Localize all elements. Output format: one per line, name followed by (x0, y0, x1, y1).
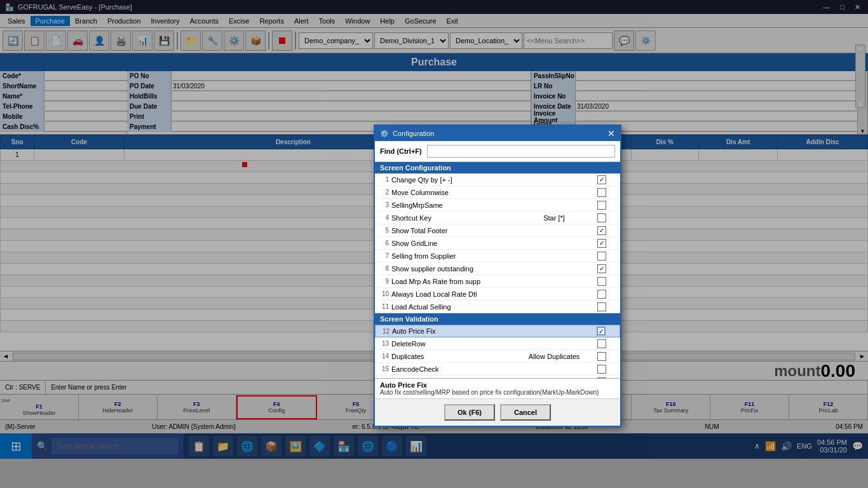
config-item-11[interactable]: 11 Load Actual Selling (375, 301, 620, 313)
config-num-8: 8 (377, 265, 391, 272)
config-item-8[interactable]: 8 Show supplier outstanding (375, 262, 620, 275)
config-list: Screen Configuration 1 Change Qty by [+ … (375, 162, 620, 378)
config-check-13[interactable] (586, 339, 618, 348)
checkbox-6[interactable] (597, 239, 606, 248)
config-check-10[interactable] (586, 290, 618, 299)
config-name-1: Change Qty by [+ -] (391, 176, 522, 184)
config-check-1[interactable] (586, 175, 618, 184)
dialog-config-icon: ⚙️ (380, 130, 389, 138)
checkbox-16[interactable] (597, 377, 606, 379)
config-check-3[interactable] (586, 201, 618, 210)
config-num-15: 15 (377, 365, 391, 372)
config-name-11: Load Actual Selling (391, 303, 522, 311)
find-input[interactable] (427, 145, 615, 158)
config-name-3: SellingMrpSame (391, 201, 522, 209)
config-name-6: Show GridLine (391, 240, 522, 247)
dialog-close-btn[interactable]: ✕ (607, 128, 615, 139)
config-check-2[interactable] (586, 188, 618, 197)
config-check-5[interactable] (586, 226, 618, 235)
config-check-12[interactable] (585, 327, 617, 336)
screen-config-header: Screen Configuration (375, 162, 620, 173)
config-name-16: Edit Price fix rates (391, 378, 522, 379)
checkbox-3[interactable] (597, 201, 606, 210)
config-num-9: 9 (377, 278, 391, 285)
dialog-title-bar: ⚙️ Configuration ✕ (375, 126, 620, 141)
ok-button[interactable]: Ok (F6) (444, 404, 495, 421)
config-item-3[interactable]: 3 SellingMrpSame (375, 199, 620, 212)
checkbox-10[interactable] (597, 290, 606, 299)
config-num-5: 5 (377, 227, 391, 234)
checkbox-15[interactable] (597, 365, 606, 374)
config-item-4[interactable]: 4 Shortcut Key Star [*] (375, 212, 620, 224)
config-check-15[interactable] (586, 365, 618, 374)
config-item-10[interactable]: 10 Always Load Local Rate Dtl (375, 288, 620, 301)
checkbox-7[interactable] (597, 252, 606, 261)
checkbox-2[interactable] (597, 188, 606, 197)
checkbox-12[interactable] (597, 327, 606, 336)
config-name-14: Duplicates (391, 353, 522, 360)
dialog-find-area: Find (Ctrl+F) (375, 141, 620, 162)
config-check-4[interactable] (586, 214, 618, 222)
configuration-dialog: ⚙️ Configuration ✕ Find (Ctrl+F) Screen … (374, 125, 621, 427)
cancel-button[interactable]: Cancel (500, 404, 551, 421)
config-check-11[interactable] (586, 302, 618, 311)
config-name-4: Shortcut Key (391, 214, 522, 222)
config-value-14: Allow Duplicates (522, 353, 586, 360)
config-check-7[interactable] (586, 252, 618, 261)
config-item-6[interactable]: 6 Show GridLine (375, 237, 620, 250)
config-check-16[interactable] (586, 377, 618, 379)
config-num-10: 10 (377, 290, 391, 297)
config-name-9: Load Mrp As Rate from supp (391, 278, 522, 285)
config-item-12[interactable]: 12 Auto Price Fix (375, 325, 620, 337)
config-item-1[interactable]: 1 Change Qty by [+ -] (375, 173, 620, 186)
config-name-15: EancodeCheck (391, 365, 522, 373)
config-item-15[interactable]: 15 EancodeCheck (375, 363, 620, 376)
config-num-11: 11 (377, 303, 391, 310)
config-num-3: 3 (377, 201, 391, 208)
checkbox-8[interactable] (597, 264, 606, 273)
config-num-6: 6 (377, 240, 391, 247)
checkbox-13[interactable] (597, 339, 606, 348)
config-check-14[interactable] (586, 352, 618, 361)
config-check-9[interactable] (586, 277, 618, 286)
config-name-2: Move Columnwise (391, 189, 522, 196)
config-name-13: DeleteRow (391, 340, 522, 348)
tooltip-text: Auto fix cost/selling/MRP based on price… (380, 389, 615, 396)
config-num-14: 14 (377, 353, 391, 360)
config-item-9[interactable]: 9 Load Mrp As Rate from supp (375, 275, 620, 288)
dialog-overlay: ⚙️ Configuration ✕ Find (Ctrl+F) Screen … (0, 0, 868, 488)
config-item-7[interactable]: 7 Selling from Supplier (375, 250, 620, 262)
config-check-8[interactable] (586, 264, 618, 273)
tooltip-title: Auto Price Fix (380, 381, 615, 389)
config-num-4: 4 (377, 214, 391, 221)
config-num-13: 13 (377, 340, 391, 347)
config-name-5: Show Total Footer (391, 227, 522, 234)
config-item-2[interactable]: 2 Move Columnwise (375, 186, 620, 199)
screen-validation-header: Screen Validation (375, 313, 620, 325)
dialog-title: Configuration (393, 130, 434, 137)
config-value-4: Star [*] (522, 214, 586, 222)
config-item-13[interactable]: 13 DeleteRow (375, 337, 620, 350)
dialog-title-left: ⚙️ Configuration (380, 130, 434, 138)
config-check-6[interactable] (586, 239, 618, 248)
config-num-12: 12 (378, 328, 392, 335)
find-label: Find (Ctrl+F) (380, 147, 422, 155)
config-item-5[interactable]: 5 Show Total Footer (375, 224, 620, 237)
checkbox-4[interactable] (597, 214, 606, 222)
config-name-8: Show supplier outstanding (391, 265, 522, 273)
dialog-buttons: Ok (F6) Cancel (375, 398, 620, 426)
checkbox-9[interactable] (597, 277, 606, 286)
checkbox-1[interactable] (597, 175, 606, 184)
config-num-1: 1 (377, 176, 391, 183)
config-name-10: Always Load Local Rate Dtl (391, 290, 522, 298)
checkbox-5[interactable] (597, 226, 606, 235)
config-num-7: 7 (377, 252, 391, 259)
tooltip-area: Auto Price Fix Auto fix cost/selling/MRP… (375, 378, 620, 398)
checkbox-14[interactable] (597, 352, 606, 361)
config-item-14[interactable]: 14 Duplicates Allow Duplicates (375, 350, 620, 363)
config-name-7: Selling from Supplier (391, 252, 522, 260)
config-num-2: 2 (377, 189, 391, 196)
checkbox-11[interactable] (597, 302, 606, 311)
config-name-12: Auto Price Fix (392, 327, 522, 335)
